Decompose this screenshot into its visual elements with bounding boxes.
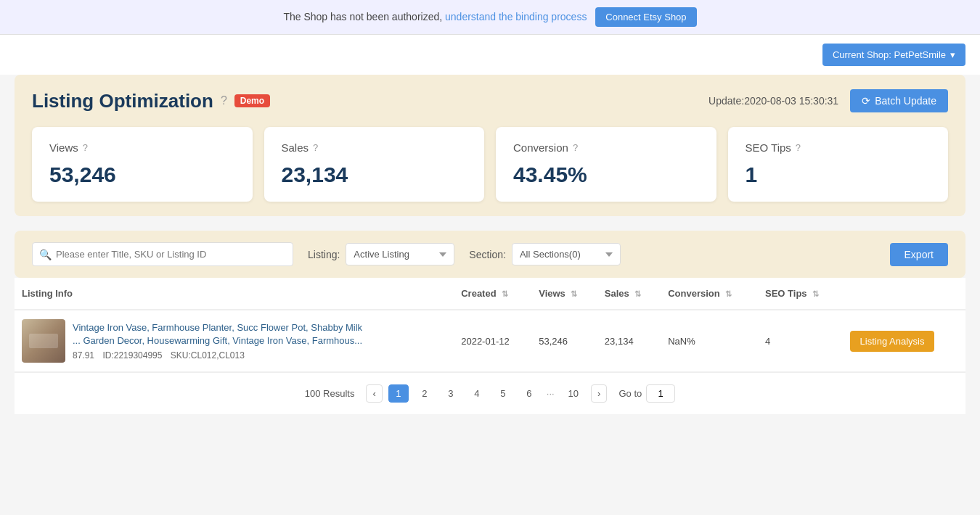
stat-value-views: 53,246 [49,162,235,187]
stat-card-seo-tips: SEO Tips ? 1 [728,127,949,202]
listing-id: ID:2219304995 [102,350,162,360]
update-timestamp: Update:2020-08-03 15:30:31 [709,95,838,107]
banner-message: The Shop has not been authorized, [283,11,442,22]
cell-listing-info: Vintage Iron Vase, Farmhouse Planter, Su… [15,310,454,372]
cell-sales: 23,134 [597,310,661,372]
listing-sku: SKU:CL012,CL013 [171,350,245,360]
pagination-row: 100 Results ‹ 1 2 3 4 5 6 ··· 10 › Go to [15,372,965,414]
demo-badge: Demo [234,94,270,107]
page-button-5[interactable]: 5 [493,384,513,403]
stat-value-sales: 23,134 [282,162,467,187]
listing-optimization-panel: Listing Optimization ? Demo Update:2020-… [15,75,965,216]
listing-filter-group: Listing: Active Listing Inactive Listing… [308,243,454,265]
conversion-help-icon[interactable]: ? [573,142,578,153]
stat-label-conversion: Conversion ? [513,141,699,154]
listing-text: Vintage Iron Vase, Farmhouse Planter, Su… [73,321,362,360]
listing-title: Vintage Iron Vase, Farmhouse Planter, Su… [73,321,362,347]
col-header-sales[interactable]: Sales ⇅ [597,278,661,310]
connect-etsy-button[interactable]: Connect Etsy Shop [595,7,696,27]
sales-sort-icon: ⇅ [634,289,641,298]
prev-page-button[interactable]: ‹ [366,384,382,403]
stat-card-conversion: Conversion ? 43.45% [496,127,716,202]
created-sort-icon: ⇅ [502,289,508,298]
cell-views: 53,246 [531,310,597,372]
batch-update-button[interactable]: ⟳ Batch Update [850,89,948,112]
listing-score: 87.91 [73,350,94,360]
table-header-row: Listing Info Created ⇅ Views ⇅ Sales ⇅ [15,278,965,310]
next-page-button[interactable]: › [591,384,607,403]
col-header-conversion[interactable]: Conversion ⇅ [661,278,758,310]
seo-tips-sort-icon: ⇅ [812,289,819,298]
col-header-created[interactable]: Created ⇅ [454,278,531,310]
top-right-area: Current Shop: PetPetSmile ▾ [0,35,980,75]
cell-created: 2022-01-12 [454,310,531,372]
page-button-3[interactable]: 3 [441,384,461,403]
search-input[interactable] [32,242,293,266]
search-wrap: 🔍 [32,242,293,266]
goto-label: Go to [618,388,642,399]
refresh-icon: ⟳ [862,95,870,107]
top-banner: The Shop has not been authorized, unders… [0,0,980,35]
stat-label-sales: Sales ? [282,141,467,154]
section-select[interactable]: All Sections(0) [512,243,621,265]
conversion-sort-icon: ⇅ [725,289,732,298]
help-icon[interactable]: ? [221,94,227,107]
sales-help-icon[interactable]: ? [313,142,318,153]
page-button-2[interactable]: 2 [415,384,435,403]
col-header-seo-tips[interactable]: SEO Tips ⇅ [758,278,843,310]
table-row: Vintage Iron Vase, Farmhouse Planter, Su… [15,310,965,372]
panel-header-right: Update:2020-08-03 15:30:31 ⟳ Batch Updat… [709,89,948,112]
listing-select[interactable]: Active Listing Inactive Listing All List… [346,243,454,265]
shop-selector-button[interactable]: Current Shop: PetPetSmile ▾ [822,44,965,66]
binding-process-link[interactable]: understand the binding process [445,11,587,22]
page-button-4[interactable]: 4 [467,384,487,403]
stats-row: Views ? 53,246 Sales ? 23,134 Conversion… [32,127,948,202]
page-button-6[interactable]: 6 [519,384,539,403]
filter-panel: 🔍 Listing: Active Listing Inactive Listi… [15,231,965,278]
panel-header: Listing Optimization ? Demo Update:2020-… [32,89,948,112]
stat-label-views: Views ? [49,141,235,154]
col-header-listing-info: Listing Info [15,278,454,310]
views-sort-icon: ⇅ [571,289,577,298]
goto-input[interactable] [646,384,675,403]
section-filter-group: Section: All Sections(0) [469,243,621,265]
page-title: Listing Optimization [32,90,213,112]
cell-conversion: NaN% [661,310,758,372]
col-header-views[interactable]: Views ⇅ [531,278,597,310]
seo-help-icon[interactable]: ? [796,142,801,153]
col-header-action [843,278,965,310]
goto-wrap: Go to [618,384,675,403]
cell-seo-tips: 4 [758,310,843,372]
page-button-last[interactable]: 10 [562,384,585,403]
listing-meta: 87.91 ID:2219304995 SKU:CL012,CL013 [73,350,362,360]
listing-analysis-button[interactable]: Listing Analysis [850,331,935,352]
stat-label-seo-tips: SEO Tips ? [746,141,931,154]
stat-card-views: Views ? 53,246 [32,127,253,202]
cell-action: Listing Analysis [843,310,965,372]
chevron-down-icon: ▾ [950,49,955,60]
stat-card-sales: Sales ? 23,134 [264,127,485,202]
listing-filter-label: Listing: [308,249,340,260]
product-thumbnail [22,319,65,363]
listings-table: Listing Info Created ⇅ Views ⇅ Sales ⇅ [15,278,965,372]
stat-value-conversion: 43.45% [513,162,699,187]
page-button-1[interactable]: 1 [388,384,409,403]
listings-table-wrapper: Listing Info Created ⇅ Views ⇅ Sales ⇅ [15,278,965,414]
panel-title-area: Listing Optimization ? Demo [32,90,270,112]
page-dots: ··· [545,388,556,399]
results-count: 100 Results [305,388,355,399]
shop-selector-label: Current Shop: PetPetSmile [833,49,946,60]
search-icon: 🔍 [39,249,52,260]
views-help-icon[interactable]: ? [83,142,88,153]
section-filter-label: Section: [469,249,506,260]
export-button[interactable]: Export [890,243,948,266]
main-content: Listing Optimization ? Demo Update:2020-… [0,75,980,429]
stat-value-seo-tips: 1 [746,162,931,187]
